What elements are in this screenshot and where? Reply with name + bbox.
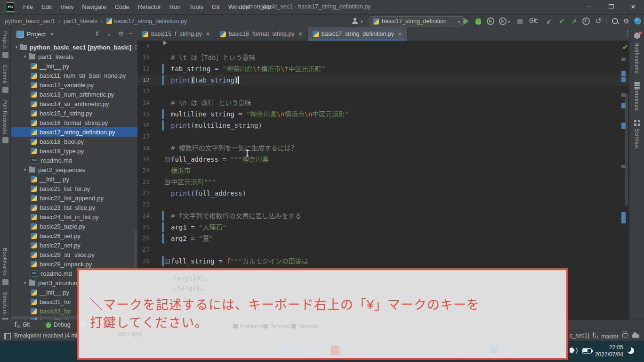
line-number[interactable]: 20: [139, 165, 150, 176]
line-number[interactable]: 24: [139, 210, 150, 222]
line-number[interactable]: 16: [139, 120, 150, 131]
coverage-dropdown-chevron-icon[interactable]: ▾: [508, 19, 510, 24]
tray-microphone-icon[interactable]: [467, 346, 472, 353]
menu-file[interactable]: File: [19, 0, 37, 14]
tree-item-basic27_set.py[interactable]: basic27_set.py: [11, 240, 137, 250]
fold-marker-icon[interactable]: −: [165, 180, 170, 185]
line-number[interactable]: 21: [139, 176, 150, 188]
tree-item-__init__.py[interactable]: __init__.py: [11, 174, 137, 184]
line-number[interactable]: 14: [139, 97, 150, 108]
code-line-12[interactable]: 12print(tab_string): [137, 74, 629, 86]
error-stripe-mark[interactable]: [621, 212, 626, 223]
line-number[interactable]: 18: [139, 142, 150, 154]
error-stripe-mark[interactable]: [621, 58, 626, 61]
code-line-22[interactable]: 22print(full_address): [137, 188, 629, 199]
line-number[interactable]: 12: [139, 74, 150, 86]
tree-item-basic17_string_definition.py[interactable]: basic17_string_definition.py: [11, 127, 137, 137]
tree-item-basic13_num_arithmetic.py[interactable]: basic13_num_arithmetic.py: [11, 90, 137, 99]
line-number[interactable]: 10: [139, 52, 150, 63]
user-account-icon[interactable]: [350, 16, 360, 26]
tray-app-icon[interactable]: [491, 347, 497, 354]
battery-icon[interactable]: [582, 346, 592, 354]
settings-gear-icon[interactable]: ⚙: [621, 16, 631, 26]
unlock-icon[interactable]: [622, 330, 628, 337]
menu-navigate[interactable]: Navigate: [78, 0, 110, 14]
line-number[interactable]: 22: [139, 188, 150, 199]
editor-tab-basic16_format_string.py[interactable]: basic16_format_string.py✕: [215, 27, 308, 41]
tree-item-basic24_list_in_list.py[interactable]: basic24_list_in_list.py: [11, 212, 137, 222]
speaker-icon[interactable]: [570, 346, 573, 353]
git-update-icon[interactable]: ↙: [544, 16, 554, 26]
tree-expand-chevron-icon[interactable]: ▾: [14, 45, 19, 49]
tree-item-basic26_set.py[interactable]: basic26_set.py: [11, 231, 137, 240]
code-line-11[interactable]: 11tab_string = "神奈川県\t横浜市\t中区元浜町": [137, 63, 629, 74]
tree-item-basic11_num_str_bool_none.py[interactable]: basic11_num_str_bool_none.py: [11, 71, 137, 80]
editor-tab-basic17_string_definition.py[interactable]: basic17_string_definition.py✕: [308, 27, 408, 41]
toolwindow-debug-button[interactable]: Debug: [46, 321, 70, 328]
history-clock-icon[interactable]: [581, 16, 591, 26]
code-line-15[interactable]: 15multiline_string = "神奈川県\n横浜市\n中区元浜町": [137, 108, 629, 120]
code-line-14[interactable]: 14# \n は 改行 という意味: [137, 97, 629, 108]
stripe-button-notifications[interactable]: Notifications: [634, 31, 640, 74]
menu-view[interactable]: View: [56, 0, 78, 14]
code-line-19[interactable]: 19−full_address = """神奈川県: [137, 154, 629, 165]
taskbar-clock[interactable]: 22:05 2022/07/04: [594, 344, 623, 358]
inspection-ok-check-icon[interactable]: ✔: [622, 43, 628, 51]
line-number[interactable]: 19: [139, 154, 150, 165]
code-line-27[interactable]: 27: [137, 244, 629, 255]
user-dropdown-chevron-icon[interactable]: ▾: [361, 19, 363, 24]
editor-tab-basic15_f_string.py[interactable]: basic15_f_string.py✕: [137, 27, 215, 41]
tree-item-basic22_list_append.py[interactable]: basic22_list_append.py: [11, 193, 137, 203]
tree-expand-chevron-icon[interactable]: ▾: [22, 280, 28, 285]
coverage-button[interactable]: [498, 16, 507, 26]
error-stripe-mark[interactable]: [621, 71, 626, 76]
taskbar-search-icon[interactable]: [299, 347, 306, 355]
tree-expand-chevron-icon[interactable]: ▾: [22, 167, 28, 172]
layout-switcher-icon[interactable]: [4, 333, 11, 339]
line-number[interactable]: 23: [139, 199, 150, 210]
tree-item-basic23_list_slice.py[interactable]: basic23_list_slice.py: [11, 203, 137, 212]
git-commit-check-icon[interactable]: ✔: [557, 16, 566, 26]
tree-item-basic25_tuple.py[interactable]: basic25_tuple.py: [11, 222, 137, 231]
line-number[interactable]: 28: [139, 255, 150, 267]
breadcrumb-file[interactable]: basic17_string_definition.py: [114, 18, 187, 25]
stripe-button-sciview[interactable]: SciView: [634, 120, 640, 148]
tray-grid-icon[interactable]: ∷∷: [455, 347, 460, 354]
git-push-icon[interactable]: ↗: [569, 16, 579, 26]
tray-wifi-icon[interactable]: [506, 350, 515, 357]
code-line-25[interactable]: 25arg1 = "大理石": [137, 222, 629, 233]
breadcrumb-item[interactable]: part1_literals: [64, 18, 97, 25]
menu-edit[interactable]: Edit: [37, 0, 56, 14]
tree-item-part1_literals[interactable]: ▾part1_literals: [11, 52, 137, 61]
tree-item-basic19_type.py[interactable]: basic19_type.py: [11, 146, 137, 156]
fold-marker-icon[interactable]: −: [165, 259, 170, 264]
line-number[interactable]: 15: [139, 108, 150, 120]
breadcrumb[interactable]: python_basic_sec1›part1_literals›basic17…: [5, 15, 187, 27]
fold-marker-icon[interactable]: −: [165, 157, 170, 162]
debug-button[interactable]: [474, 16, 483, 26]
close-button[interactable]: ✕: [625, 0, 641, 14]
tree-item-python_basic_sec1[interactable]: ▾python_basic_sec1 [python_basic]D:¥proj…: [11, 42, 137, 52]
error-stripe-mark[interactable]: [621, 77, 626, 82]
stripe-button-pull-requests[interactable]: Pull Requests: [2, 99, 8, 143]
stripe-button-database[interactable]: Database: [634, 82, 640, 111]
tab-close-icon[interactable]: ✕: [298, 31, 303, 37]
tree-item-part2_sequences[interactable]: ▾part2_sequences: [11, 165, 137, 174]
learn-plugin-icon[interactable]: [633, 16, 642, 26]
line-number[interactable]: 26: [139, 233, 150, 244]
tree-item-basic28_str_slice.py[interactable]: basic28_str_slice.py: [11, 250, 137, 259]
tree-item-basic18_bool.py[interactable]: basic18_bool.py: [11, 137, 137, 146]
toolwindow-git-button[interactable]: Git: [14, 321, 30, 328]
stripe-button-bookmarks[interactable]: Bookmarks: [2, 248, 8, 285]
stripe-button-commit[interactable]: Commit: [2, 65, 8, 93]
editor-scrollbar[interactable]: [625, 93, 628, 206]
menu-git[interactable]: Git: [208, 0, 224, 14]
ime-mode-icon[interactable]: A: [479, 346, 483, 354]
tree-item-basic21_list_for.py[interactable]: basic21_list_for.py: [11, 184, 137, 193]
tree-item-basic29_unpack.py[interactable]: basic29_unpack.py: [11, 259, 137, 269]
git-branch-widget[interactable]: master: [592, 332, 619, 340]
code-line-18[interactable]: 18# 複数行の文字列を一気に生成するには？: [137, 142, 629, 154]
taskbar-pycharm-icon[interactable]: PC: [314, 346, 324, 356]
minimize-button[interactable]: −: [581, 0, 597, 14]
code-line-13[interactable]: 13: [137, 86, 629, 97]
